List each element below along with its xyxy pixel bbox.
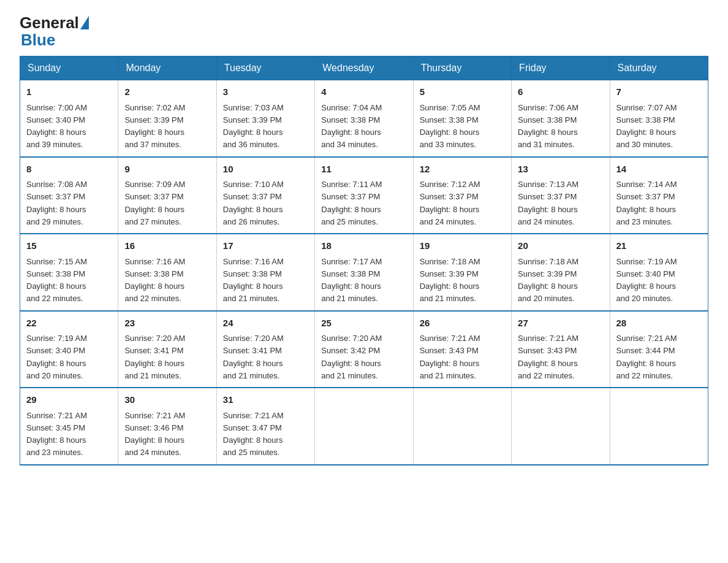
day-sunrise: Sunrise: 7:18 AMSunset: 3:39 PMDaylight:… bbox=[518, 257, 578, 304]
day-sunrise: Sunrise: 7:10 AMSunset: 3:37 PMDaylight:… bbox=[223, 180, 284, 226]
day-sunrise: Sunrise: 7:12 AMSunset: 3:37 PMDaylight:… bbox=[420, 180, 480, 226]
day-cell: 18 Sunrise: 7:17 AMSunset: 3:38 PMDaylig… bbox=[315, 234, 413, 311]
week-row-2: 8 Sunrise: 7:08 AMSunset: 3:37 PMDayligh… bbox=[20, 157, 708, 234]
day-cell: 9 Sunrise: 7:09 AMSunset: 3:37 PMDayligh… bbox=[118, 157, 216, 234]
day-cell: 1 Sunrise: 7:00 AMSunset: 3:40 PMDayligh… bbox=[20, 80, 118, 157]
day-cell: 10 Sunrise: 7:10 AMSunset: 3:37 PMDaylig… bbox=[216, 157, 314, 234]
calendar-header: SundayMondayTuesdayWednesdayThursdayFrid… bbox=[20, 56, 708, 80]
day-number: 20 bbox=[518, 239, 603, 253]
week-row-5: 29 Sunrise: 7:21 AMSunset: 3:45 PMDaylig… bbox=[20, 388, 708, 465]
day-cell: 31 Sunrise: 7:21 AMSunset: 3:47 PMDaylig… bbox=[216, 388, 314, 465]
day-sunrise: Sunrise: 7:16 AMSunset: 3:38 PMDaylight:… bbox=[223, 257, 284, 304]
weekday-header-thursday: Thursday bbox=[413, 56, 511, 80]
day-cell bbox=[413, 388, 511, 465]
day-sunrise: Sunrise: 7:06 AMSunset: 3:38 PMDaylight:… bbox=[518, 103, 578, 150]
day-cell: 4 Sunrise: 7:04 AMSunset: 3:38 PMDayligh… bbox=[315, 80, 413, 157]
week-row-4: 22 Sunrise: 7:19 AMSunset: 3:40 PMDaylig… bbox=[20, 311, 708, 388]
day-number: 15 bbox=[26, 239, 112, 253]
day-cell: 3 Sunrise: 7:03 AMSunset: 3:39 PMDayligh… bbox=[216, 80, 314, 157]
day-sunrise: Sunrise: 7:15 AMSunset: 3:38 PMDaylight:… bbox=[26, 257, 87, 304]
day-sunrise: Sunrise: 7:20 AMSunset: 3:41 PMDaylight:… bbox=[124, 334, 185, 380]
day-sunrise: Sunrise: 7:19 AMSunset: 3:40 PMDaylight:… bbox=[616, 257, 677, 304]
logo-text: General bbox=[20, 15, 90, 31]
day-sunrise: Sunrise: 7:17 AMSunset: 3:38 PMDaylight:… bbox=[321, 257, 382, 304]
day-sunrise: Sunrise: 7:18 AMSunset: 3:39 PMDaylight:… bbox=[420, 257, 480, 304]
day-number: 22 bbox=[26, 316, 112, 331]
day-sunrise: Sunrise: 7:21 AMSunset: 3:43 PMDaylight:… bbox=[420, 334, 480, 380]
day-sunrise: Sunrise: 7:04 AMSunset: 3:38 PMDaylight:… bbox=[321, 103, 382, 150]
logo-blue: Blue bbox=[21, 31, 55, 49]
day-cell: 11 Sunrise: 7:11 AMSunset: 3:37 PMDaylig… bbox=[315, 157, 413, 234]
weekday-header-saturday: Saturday bbox=[610, 56, 708, 80]
day-number: 4 bbox=[321, 85, 406, 99]
day-cell bbox=[610, 388, 708, 465]
logo-triangle-icon bbox=[80, 16, 89, 29]
day-cell: 21 Sunrise: 7:19 AMSunset: 3:40 PMDaylig… bbox=[610, 234, 708, 311]
day-sunrise: Sunrise: 7:21 AMSunset: 3:44 PMDaylight:… bbox=[616, 334, 677, 380]
day-cell: 22 Sunrise: 7:19 AMSunset: 3:40 PMDaylig… bbox=[20, 311, 118, 388]
calendar-table: SundayMondayTuesdayWednesdayThursdayFrid… bbox=[20, 56, 708, 465]
logo: General Blue bbox=[20, 15, 90, 50]
day-cell bbox=[512, 388, 610, 465]
day-number: 5 bbox=[420, 85, 505, 99]
day-cell: 17 Sunrise: 7:16 AMSunset: 3:38 PMDaylig… bbox=[216, 234, 314, 311]
day-cell: 29 Sunrise: 7:21 AMSunset: 3:45 PMDaylig… bbox=[20, 388, 118, 465]
day-number: 30 bbox=[124, 393, 210, 407]
day-number: 1 bbox=[26, 85, 112, 99]
day-number: 13 bbox=[518, 163, 603, 177]
page-header: General Blue bbox=[20, 15, 708, 50]
weekday-header-row: SundayMondayTuesdayWednesdayThursdayFrid… bbox=[20, 56, 708, 80]
day-cell: 25 Sunrise: 7:20 AMSunset: 3:42 PMDaylig… bbox=[315, 311, 413, 388]
day-number: 12 bbox=[420, 163, 505, 177]
day-cell: 26 Sunrise: 7:21 AMSunset: 3:43 PMDaylig… bbox=[413, 311, 511, 388]
day-sunrise: Sunrise: 7:02 AMSunset: 3:39 PMDaylight:… bbox=[124, 103, 185, 150]
day-cell bbox=[315, 388, 413, 465]
day-cell: 30 Sunrise: 7:21 AMSunset: 3:46 PMDaylig… bbox=[118, 388, 216, 465]
day-number: 28 bbox=[616, 316, 702, 331]
day-sunrise: Sunrise: 7:20 AMSunset: 3:42 PMDaylight:… bbox=[321, 334, 382, 380]
day-sunrise: Sunrise: 7:21 AMSunset: 3:43 PMDaylight:… bbox=[518, 334, 578, 380]
week-row-1: 1 Sunrise: 7:00 AMSunset: 3:40 PMDayligh… bbox=[20, 80, 708, 157]
day-number: 6 bbox=[518, 85, 603, 99]
day-cell: 2 Sunrise: 7:02 AMSunset: 3:39 PMDayligh… bbox=[118, 80, 216, 157]
day-sunrise: Sunrise: 7:14 AMSunset: 3:37 PMDaylight:… bbox=[616, 180, 677, 226]
weekday-header-monday: Monday bbox=[118, 56, 216, 80]
day-number: 25 bbox=[321, 316, 406, 331]
logo-general: General bbox=[20, 15, 79, 31]
day-number: 29 bbox=[26, 393, 112, 407]
day-sunrise: Sunrise: 7:05 AMSunset: 3:38 PMDaylight:… bbox=[420, 103, 480, 150]
day-sunrise: Sunrise: 7:21 AMSunset: 3:47 PMDaylight:… bbox=[223, 411, 284, 458]
day-number: 8 bbox=[26, 163, 112, 177]
calendar-body: 1 Sunrise: 7:00 AMSunset: 3:40 PMDayligh… bbox=[20, 80, 708, 465]
day-cell: 12 Sunrise: 7:12 AMSunset: 3:37 PMDaylig… bbox=[413, 157, 511, 234]
day-number: 21 bbox=[616, 239, 702, 253]
day-cell: 19 Sunrise: 7:18 AMSunset: 3:39 PMDaylig… bbox=[413, 234, 511, 311]
day-number: 23 bbox=[124, 316, 210, 331]
day-cell: 14 Sunrise: 7:14 AMSunset: 3:37 PMDaylig… bbox=[610, 157, 708, 234]
day-cell: 8 Sunrise: 7:08 AMSunset: 3:37 PMDayligh… bbox=[20, 157, 118, 234]
day-number: 14 bbox=[616, 163, 702, 177]
day-cell: 7 Sunrise: 7:07 AMSunset: 3:38 PMDayligh… bbox=[610, 80, 708, 157]
day-sunrise: Sunrise: 7:09 AMSunset: 3:37 PMDaylight:… bbox=[124, 180, 185, 226]
day-cell: 5 Sunrise: 7:05 AMSunset: 3:38 PMDayligh… bbox=[413, 80, 511, 157]
day-sunrise: Sunrise: 7:20 AMSunset: 3:41 PMDaylight:… bbox=[223, 334, 284, 380]
day-cell: 23 Sunrise: 7:20 AMSunset: 3:41 PMDaylig… bbox=[118, 311, 216, 388]
day-sunrise: Sunrise: 7:08 AMSunset: 3:37 PMDaylight:… bbox=[26, 180, 87, 226]
day-cell: 13 Sunrise: 7:13 AMSunset: 3:37 PMDaylig… bbox=[512, 157, 610, 234]
day-cell: 6 Sunrise: 7:06 AMSunset: 3:38 PMDayligh… bbox=[512, 80, 610, 157]
day-number: 11 bbox=[321, 163, 406, 177]
day-number: 3 bbox=[223, 85, 308, 99]
day-sunrise: Sunrise: 7:07 AMSunset: 3:38 PMDaylight:… bbox=[616, 103, 677, 150]
weekday-header-friday: Friday bbox=[512, 56, 610, 80]
day-sunrise: Sunrise: 7:21 AMSunset: 3:45 PMDaylight:… bbox=[26, 411, 87, 458]
day-cell: 28 Sunrise: 7:21 AMSunset: 3:44 PMDaylig… bbox=[610, 311, 708, 388]
day-number: 27 bbox=[518, 316, 603, 331]
day-number: 24 bbox=[223, 316, 308, 331]
day-cell: 15 Sunrise: 7:15 AMSunset: 3:38 PMDaylig… bbox=[20, 234, 118, 311]
weekday-header-wednesday: Wednesday bbox=[315, 56, 413, 80]
day-number: 19 bbox=[420, 239, 505, 253]
day-cell: 24 Sunrise: 7:20 AMSunset: 3:41 PMDaylig… bbox=[216, 311, 314, 388]
day-sunrise: Sunrise: 7:19 AMSunset: 3:40 PMDaylight:… bbox=[26, 334, 87, 380]
day-number: 17 bbox=[223, 239, 308, 253]
day-cell: 20 Sunrise: 7:18 AMSunset: 3:39 PMDaylig… bbox=[512, 234, 610, 311]
